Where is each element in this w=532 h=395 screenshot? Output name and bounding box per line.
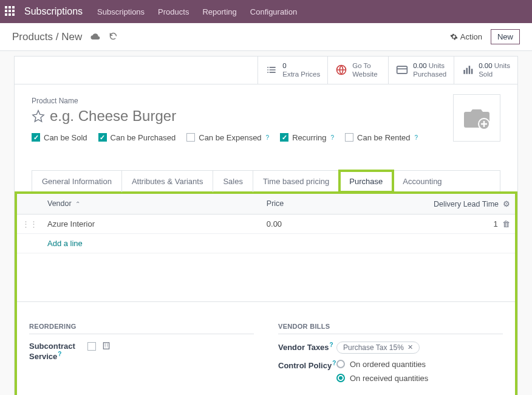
nav-item-configuration[interactable]: Configuration <box>250 7 297 16</box>
tab-accounting[interactable]: Accounting <box>393 171 451 192</box>
camera-plus-icon <box>462 106 491 130</box>
col-vendor[interactable]: Vendor ⌃ <box>47 199 80 208</box>
breadcrumb: Products / New <box>12 31 82 43</box>
radio-on-ordered-quantities[interactable]: On ordered quantities <box>336 360 428 369</box>
stat-go-to-website[interactable]: Go ToWebsite <box>327 57 388 84</box>
top-navbar: Subscriptions Subscriptions Products Rep… <box>0 0 532 23</box>
product-name-input[interactable] <box>50 108 500 125</box>
tag-remove-icon[interactable]: ✕ <box>408 343 413 351</box>
help-icon[interactable]: ? <box>58 351 61 357</box>
add-a-line-button[interactable]: Add a line <box>47 239 83 248</box>
nav-item-reporting[interactable]: Reporting <box>202 7 236 16</box>
checkbox-can-be-expensed[interactable]: Can be Expensed? <box>186 133 269 142</box>
cell-vendor[interactable]: Azure Interior <box>43 214 262 233</box>
action-menu-button[interactable]: Action <box>450 32 482 41</box>
subcontract-checkbox[interactable] <box>87 342 96 351</box>
checkbox-recurring[interactable]: Recurring? <box>280 133 334 142</box>
app-brand[interactable]: Subscriptions <box>24 6 83 17</box>
radio-on-received-quantities[interactable]: On received quantities <box>336 374 428 383</box>
form-tabs: General Information Attributes & Variant… <box>32 170 500 192</box>
col-delivery-lead-time[interactable]: Delivery Lead Time <box>434 200 499 208</box>
checkbox-can-be-purchased[interactable]: Can be Purchased <box>98 133 176 142</box>
help-icon[interactable]: ? <box>330 342 333 348</box>
trash-icon[interactable]: 🗑 <box>502 219 510 228</box>
help-icon[interactable]: ? <box>331 134 335 141</box>
product-name-label: Product Name <box>32 97 500 105</box>
columns-options-icon[interactable]: ⚙ <box>503 200 510 208</box>
breadcrumb-current: New <box>61 31 82 43</box>
drag-handle-icon[interactable]: ⋮⋮ <box>17 214 43 233</box>
stat-extra-prices[interactable]: 0Extra Prices <box>257 57 327 84</box>
checkbox-can-be-rented[interactable]: Can be Rented? <box>345 133 418 142</box>
discard-undo-icon[interactable] <box>109 32 118 43</box>
vendor-tax-tag[interactable]: Purchase Tax 15%✕ <box>336 342 420 354</box>
chevron-up-icon: ⌃ <box>75 201 80 207</box>
toolbar: Products / New Action New <box>0 23 532 51</box>
list-icon <box>265 64 278 76</box>
tab-sales[interactable]: Sales <box>213 171 253 192</box>
form-sheet: 0Extra Prices Go ToWebsite 0.00 UnitsPur… <box>14 56 518 395</box>
save-cloud-icon[interactable] <box>90 32 100 42</box>
stat-purchased[interactable]: 0.00 UnitsPurchased <box>388 57 454 84</box>
help-icon[interactable]: ? <box>415 134 418 141</box>
favorite-star-icon[interactable] <box>32 109 45 123</box>
help-icon[interactable]: ? <box>266 134 270 141</box>
tab-purchase[interactable]: Purchase <box>339 171 393 192</box>
nav-item-products[interactable]: Products <box>158 7 189 16</box>
product-image-upload[interactable] <box>453 94 500 142</box>
tab-attributes-variants[interactable]: Attributes & Variants <box>122 171 214 192</box>
stat-bar: 0Extra Prices Go ToWebsite 0.00 UnitsPur… <box>15 57 517 84</box>
table-row[interactable]: ⋮⋮ Azure Interior 0.00 1 🗑 <box>17 214 515 233</box>
tab-pane-purchase: Vendor ⌃ Price Delivery Lead Time ⚙ ⋮⋮ A… <box>15 191 517 395</box>
tab-time-based-pricing[interactable]: Time based pricing <box>253 171 339 192</box>
help-icon[interactable]: ? <box>332 360 336 366</box>
vendor-table: Vendor ⌃ Price Delivery Lead Time ⚙ ⋮⋮ A… <box>17 194 515 302</box>
new-button[interactable]: New <box>491 29 520 44</box>
nav-item-subscriptions[interactable]: Subscriptions <box>97 7 145 16</box>
section-reordering: REORDERING Subcontract Service? <box>29 323 254 394</box>
gear-icon <box>450 33 458 41</box>
apps-grid-icon[interactable] <box>5 6 16 17</box>
tab-general-information[interactable]: General Information <box>32 171 122 192</box>
globe-icon <box>335 64 347 76</box>
section-vendor-bills: VENDOR BILLS Vendor Taxes? Purchase Tax … <box>278 323 503 394</box>
breadcrumb-root[interactable]: Products <box>12 31 53 43</box>
col-price[interactable]: Price <box>262 194 322 215</box>
svg-rect-1 <box>397 67 408 74</box>
building-icon[interactable] <box>102 342 111 352</box>
stat-sold[interactable]: 0.00 UnitsSold <box>454 57 517 84</box>
cell-price[interactable]: 0.00 <box>262 214 322 233</box>
credit-card-icon <box>396 64 408 76</box>
bars-icon <box>462 64 474 76</box>
svg-rect-3 <box>103 343 109 349</box>
checkbox-can-be-sold[interactable]: Can be Sold <box>32 133 87 142</box>
cell-lead-time[interactable]: 1 <box>494 219 498 228</box>
